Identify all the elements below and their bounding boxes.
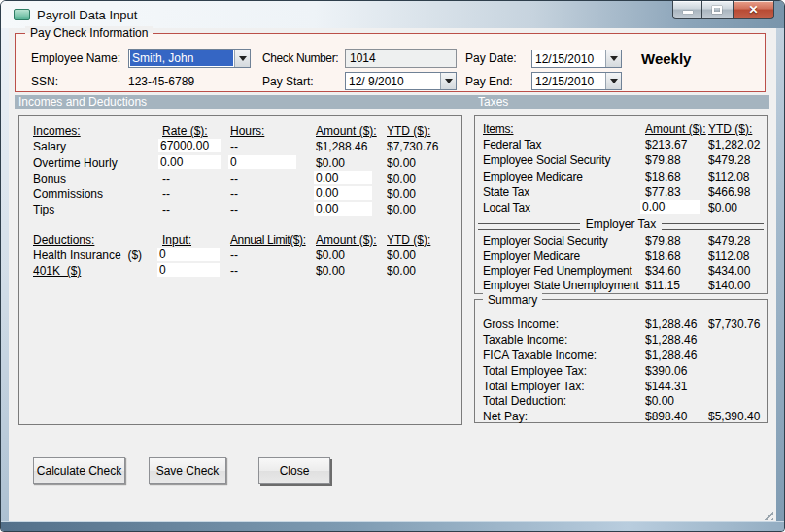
tips-amount-input[interactable] xyxy=(314,202,372,216)
income-row-tips: Tips -- -- $0.00 xyxy=(19,202,461,217)
summary-row-employee-tax: Total Employee Tax: $390.06 xyxy=(475,363,767,379)
tax-ytd: $140.00 xyxy=(708,279,750,292)
tax-amount: $79.88 xyxy=(645,234,681,248)
taxes-header-row: Items: Amount ($): YTD ($): xyxy=(475,121,767,137)
salary-rate-input[interactable] xyxy=(158,139,221,152)
income-label: Tips xyxy=(33,203,54,216)
amount-header: Amount ($): xyxy=(316,233,377,247)
tax-ytd: $479.28 xyxy=(708,153,750,167)
local-tax-input[interactable] xyxy=(640,200,700,214)
employee-name-combobox[interactable]: Smith, John xyxy=(128,49,251,68)
incomes-header-row: Incomes: Rate ($): Hours: Amount ($): YT… xyxy=(19,123,461,139)
income-ytd: $0.00 xyxy=(387,187,416,201)
tax-row-employer-fed-unemp: Employer Fed Unemployment $34.60 $434.00 xyxy=(475,263,767,278)
tax-ytd: $466.98 xyxy=(708,185,750,199)
chevron-down-icon xyxy=(610,56,618,61)
summary-row-employer-tax: Total Employer Tax: $144.31 xyxy=(475,379,767,394)
summary-group: Summary Gross Income: $1,288.46 $7,730.7… xyxy=(474,299,768,423)
section-headers: Incomes and Deductions Taxes xyxy=(15,95,769,109)
income-label: Overtime Hourly xyxy=(33,156,118,170)
minimize-button[interactable] xyxy=(672,1,702,19)
deductions-header-row: Deductions: Input: Annual Limit($): Amou… xyxy=(19,232,461,248)
summary-label: Total Employee Tax: xyxy=(483,364,587,378)
income-row-salary: Salary -- $1,288.46 $7,730.76 xyxy=(19,139,461,154)
summary-label: Total Employer Tax: xyxy=(483,380,585,393)
window-controls: ✕ xyxy=(672,1,774,19)
deduction-amount: $0.00 xyxy=(316,249,345,262)
rate-header: Rate ($): xyxy=(162,124,208,138)
summary-ytd: $5,390.40 xyxy=(708,410,760,423)
summary-row-fica: FICA Taxable Income: $1,288.46 xyxy=(475,348,767,363)
tax-row-employer-medicare: Employer Medicare $18.68 $112.08 xyxy=(475,249,767,263)
tax-row-state: State Tax $77.83 $466.98 xyxy=(475,184,767,200)
resize-grip[interactable] xyxy=(761,508,773,520)
401k-input[interactable] xyxy=(157,263,220,277)
commissions-amount-input[interactable] xyxy=(314,186,372,200)
amount-header: Amount ($): xyxy=(316,124,377,138)
summary-ytd: $7,730.76 xyxy=(708,317,760,331)
pay-start-label: Pay Start: xyxy=(262,75,314,88)
chevron-down-icon xyxy=(239,56,247,61)
pay-date-value: 12/15/2010 xyxy=(532,50,605,67)
tax-ytd: $1,282.02 xyxy=(708,138,760,151)
income-row-bonus: Bonus -- -- $0.00 xyxy=(19,171,461,186)
health-insurance-input[interactable] xyxy=(157,248,220,261)
hours-header: Hours: xyxy=(230,124,264,138)
summary-row-netpay: Net Pay: $898.40 $5,390.40 xyxy=(475,409,767,424)
titlebar[interactable]: Payroll Data Input ✕ xyxy=(1,1,784,28)
incomes-deductions-section-title: Incomes and Deductions xyxy=(18,95,147,109)
taxes-panel: Items: Amount ($): YTD ($): Federal Tax … xyxy=(474,115,768,294)
overtime-hours-input[interactable] xyxy=(228,155,296,169)
income-ytd: $0.00 xyxy=(387,203,416,216)
pay-end-picker[interactable]: 12/15/2010 xyxy=(531,72,622,90)
income-ytd: $0.00 xyxy=(387,156,416,170)
save-check-button[interactable]: Save Check xyxy=(149,457,226,484)
payroll-window: Payroll Data Input ✕ Pay Check Informati… xyxy=(0,0,785,532)
maximize-button[interactable] xyxy=(702,1,733,19)
summary-label: Total Deduction: xyxy=(483,394,566,408)
income-hours: -- xyxy=(230,203,238,216)
income-label: Commissions xyxy=(33,187,103,201)
check-number-input[interactable] xyxy=(345,49,457,68)
summary-amount: $390.06 xyxy=(645,364,687,378)
pay-date-dropdown-button[interactable] xyxy=(605,50,621,67)
summary-amount: $0.00 xyxy=(645,394,674,408)
tax-label: Employer State Unemployment xyxy=(483,279,639,292)
pay-end-dropdown-button[interactable] xyxy=(605,73,621,89)
pay-end-label: Pay End: xyxy=(465,75,513,88)
income-row-commissions: Commissions -- -- $0.00 xyxy=(19,186,461,202)
minimize-icon xyxy=(683,11,693,14)
close-check-button[interactable]: Close xyxy=(258,457,330,484)
window-title: Payroll Data Input xyxy=(37,8,137,22)
employee-name-dropdown-button[interactable] xyxy=(234,50,250,67)
ytd-header: YTD ($): xyxy=(387,233,430,247)
tax-row-local: Local Tax $0.00 xyxy=(475,200,767,216)
overtime-rate-input[interactable] xyxy=(158,155,221,169)
employee-name-value: Smith, John xyxy=(130,50,233,66)
tax-ytd: $0.00 xyxy=(708,201,737,215)
tax-row-employer-state-unemp: Employer State Unemployment $11.15 $140.… xyxy=(475,278,767,292)
incomes-deductions-panel: Incomes: Rate ($): Hours: Amount ($): YT… xyxy=(18,115,462,425)
close-button[interactable]: ✕ xyxy=(733,1,774,19)
employer-tax-title: Employer Tax xyxy=(580,217,662,231)
pay-start-dropdown-button[interactable] xyxy=(440,73,456,89)
ssn-label: SSN: xyxy=(31,75,58,88)
deduction-row-401k: 401K ($) -- $0.00 $0.00 xyxy=(19,263,461,279)
pay-start-picker[interactable]: 12/ 9/2010 xyxy=(345,72,457,90)
calculate-check-button[interactable]: Calculate Check xyxy=(33,457,125,484)
tax-row-ess: Employee Social Security $79.88 $479.28 xyxy=(475,152,767,168)
tax-label: Employer Social Security xyxy=(483,234,608,248)
bonus-amount-input[interactable] xyxy=(314,171,372,184)
income-rate: -- xyxy=(162,187,170,201)
paycheck-info-legend: Pay Check Information xyxy=(25,26,153,41)
client-area: Pay Check Information Employee Name: Smi… xyxy=(9,28,776,522)
tax-label: Employer Medicare xyxy=(483,249,580,263)
pay-date-picker[interactable]: 12/15/2010 xyxy=(531,50,622,68)
tax-amount: $11.15 xyxy=(645,279,680,292)
income-hours: -- xyxy=(230,187,238,201)
tax-label: State Tax xyxy=(483,185,529,199)
deduction-label: 401K ($) xyxy=(33,264,81,278)
tax-row-employer-ss: Employer Social Security $79.88 $479.28 xyxy=(475,233,767,248)
income-row-overtime: Overtime Hourly $0.00 $0.00 xyxy=(19,155,461,171)
income-amount: $1,288.46 xyxy=(316,140,367,153)
